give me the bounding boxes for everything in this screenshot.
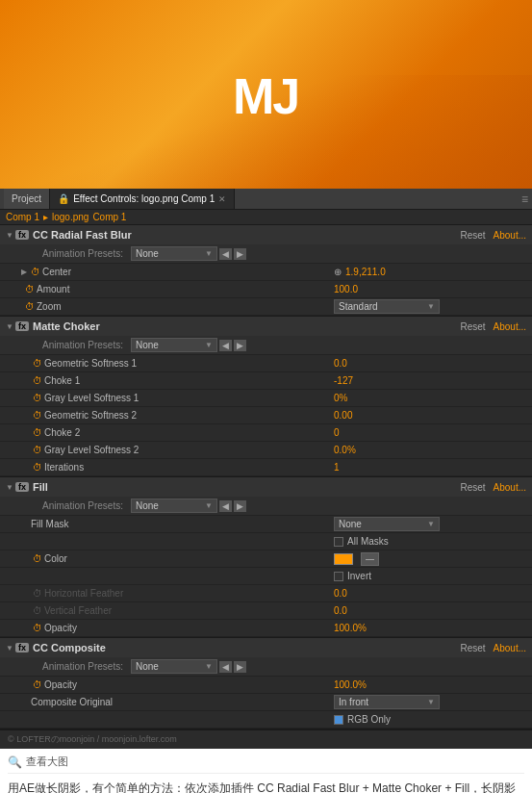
iterations-row: ⏱ Iterations 1 — [0, 459, 532, 476]
fill-mask-row: Fill Mask None ▼ — [0, 516, 532, 533]
matte-prev-preset-btn[interactable]: ◀ — [219, 340, 232, 351]
all-masks-label: All Masks — [347, 536, 389, 547]
geo-soft2-stopwatch[interactable]: ⏱ — [33, 410, 42, 421]
zoom-dropdown[interactable]: Standard ▼ — [334, 299, 440, 314]
geo-softness-1-value[interactable]: 0.0 — [334, 358, 411, 369]
prev-preset-btn[interactable]: ◀ — [219, 248, 232, 260]
comp-path-comp1[interactable]: Comp 1 — [6, 212, 39, 222]
fill-reset-btn[interactable]: Reset — [460, 482, 485, 493]
h-feather-value[interactable]: 0.0 — [334, 588, 411, 599]
fill-collapse-icon[interactable]: ▼ — [6, 483, 13, 492]
cc-composite-section: ▼ fx CC Composite Reset About... Animati… — [0, 638, 532, 729]
comp-path-comp1b[interactable]: Comp 1 — [92, 212, 126, 222]
zoom-label: Zoom — [37, 301, 334, 312]
gray-softness-2-row: ⏱ Gray Level Softness 2 0.0% — [0, 442, 532, 459]
tab-close-icon[interactable]: ✕ — [218, 194, 226, 204]
gray-soft1-stopwatch[interactable]: ⏱ — [33, 393, 42, 403]
rgb-only-checkbox[interactable] — [334, 715, 343, 725]
composite-anim-dropdown[interactable]: None ▼ — [131, 659, 217, 674]
all-masks-row: All Masks — [0, 533, 532, 550]
cc-radial-fast-blur-section: ▼ fx CC Radial Fast Blur Reset About... … — [0, 225, 532, 317]
panel-menu-icon[interactable]: ≡ — [521, 192, 528, 206]
center-value[interactable]: 1.9,211.0 — [345, 267, 422, 277]
v-feather-value[interactable]: 0.0 — [334, 605, 411, 616]
cc-radial-reset-btn[interactable]: Reset — [460, 230, 485, 241]
geo-softness-2-row: ⏱ Geometric Softness 2 0.00 — [0, 407, 532, 424]
cc-radial-about-btn[interactable]: About... — [494, 230, 526, 241]
fill-section: ▼ fx Fill Reset About... Animation Prese… — [0, 477, 532, 638]
tab-effect-controls-label: Effect Controls: logo.png Comp 1 — [73, 193, 215, 204]
fill-color-stopwatch[interactable]: ⏱ — [33, 553, 42, 564]
composite-original-label: Composite Original — [31, 697, 334, 707]
cc-radial-anim-label: Animation Presets: — [6, 248, 131, 259]
matte-choker-reset-btn[interactable]: Reset — [460, 321, 485, 332]
ae-effect-controls-panel: Project 🔒 Effect Controls: logo.png Comp… — [0, 189, 532, 749]
geo-softness-2-value[interactable]: 0.00 — [334, 410, 411, 421]
composite-original-dropdown[interactable]: In front ▼ — [334, 695, 440, 709]
comp-path-logopng[interactable]: logo.png — [52, 212, 89, 222]
choke1-stopwatch[interactable]: ⏱ — [33, 375, 42, 386]
tab-project[interactable]: Project — [4, 189, 50, 209]
center-expand-icon[interactable]: ▶ — [21, 268, 27, 276]
cc-radial-anim-dropdown[interactable]: None ▼ — [131, 246, 217, 261]
composite-fx-badge: fx — [15, 643, 29, 652]
composite-prev-preset[interactable]: ◀ — [219, 661, 232, 673]
fill-about-btn[interactable]: About... — [494, 482, 526, 493]
fill-color-row: ⏱ Color — — [0, 550, 532, 568]
choke-1-value[interactable]: -127 — [334, 375, 411, 386]
gray-soft2-stopwatch[interactable]: ⏱ — [33, 445, 42, 455]
fill-mask-dropdown[interactable]: None ▼ — [334, 517, 440, 531]
matte-choker-collapse-icon[interactable]: ▼ — [6, 322, 13, 331]
next-preset-btn[interactable]: ▶ — [234, 248, 246, 260]
geo-softness-2-label: Geometric Softness 2 — [44, 410, 334, 421]
fill-prev-preset[interactable]: ◀ — [219, 500, 232, 512]
matte-anim-dropdown[interactable]: None ▼ — [131, 338, 217, 352]
copyright-text: © LOFTERのmoonjoin / moonjoin.lofter.com — [8, 734, 177, 744]
fill-opacity-stopwatch[interactable]: ⏱ — [33, 623, 42, 633]
fill-next-preset[interactable]: ▶ — [234, 500, 246, 512]
v-feather-row: ⏱ Vertical Feather 0.0 — [0, 602, 532, 620]
view-large-link[interactable]: 🔍 查看大图 — [8, 755, 524, 774]
gray-softness-1-value[interactable]: 0% — [334, 393, 411, 403]
zoom-stopwatch-icon[interactable]: ⏱ — [25, 301, 35, 312]
fill-dropdown-arrow: ▼ — [205, 501, 213, 510]
composite-about-btn[interactable]: About... — [494, 643, 526, 653]
v-feather-stopwatch[interactable]: ⏱ — [33, 605, 42, 616]
matte-choker-section: ▼ fx Matte Choker Reset About... Animati… — [0, 317, 532, 477]
dropdown-arrow-icon: ▼ — [205, 249, 213, 258]
fill-anim-dropdown[interactable]: None ▼ — [131, 499, 217, 513]
hero-banner: MJ — [0, 0, 532, 189]
composite-original-arrow: ▼ — [427, 698, 435, 706]
choke-2-value[interactable]: 0 — [334, 427, 411, 438]
iterations-value[interactable]: 1 — [334, 462, 411, 473]
tab-bar: Project 🔒 Effect Controls: logo.png Comp… — [0, 189, 532, 210]
center-stopwatch-icon[interactable]: ⏱ — [31, 267, 40, 277]
h-feather-stopwatch[interactable]: ⏱ — [33, 588, 42, 599]
choke2-stopwatch[interactable]: ⏱ — [33, 427, 42, 438]
all-masks-checkbox[interactable] — [334, 537, 343, 547]
fill-color-swatch[interactable] — [334, 553, 353, 565]
matte-next-preset-btn[interactable]: ▶ — [234, 340, 246, 351]
geo-soft1-stopwatch[interactable]: ⏱ — [33, 358, 42, 369]
composite-opacity-value[interactable]: 100.0% — [334, 679, 411, 690]
fill-opacity-row: ⏱ Opacity 100.0% — [0, 620, 532, 637]
collapse-arrow-icon[interactable]: ▼ — [6, 231, 13, 240]
gray-softness-2-value[interactable]: 0.0% — [334, 445, 411, 455]
invert-row: Invert — [0, 568, 532, 585]
fill-opacity-value[interactable]: 100.0% — [334, 623, 411, 633]
rgb-only-row: RGB Only — [0, 711, 532, 729]
center-label: Center — [42, 267, 334, 277]
iterations-stopwatch[interactable]: ⏱ — [33, 462, 42, 473]
composite-collapse-icon[interactable]: ▼ — [6, 644, 13, 652]
tab-effect-controls[interactable]: 🔒 Effect Controls: logo.png Comp 1 ✕ — [50, 189, 235, 209]
fill-color-picker-btn[interactable]: — — [361, 552, 379, 566]
composite-next-preset[interactable]: ▶ — [234, 661, 246, 673]
composite-opacity-stopwatch[interactable]: ⏱ — [33, 679, 42, 690]
composite-reset-btn[interactable]: Reset — [460, 643, 485, 653]
invert-checkbox[interactable] — [334, 572, 343, 581]
amount-stopwatch-icon[interactable]: ⏱ — [25, 284, 35, 294]
svg-text:MJ: MJ — [233, 68, 298, 124]
matte-choker-about-btn[interactable]: About... — [494, 321, 526, 332]
rgb-only-label: RGB Only — [347, 714, 391, 725]
amount-value[interactable]: 100.0 — [334, 284, 411, 294]
